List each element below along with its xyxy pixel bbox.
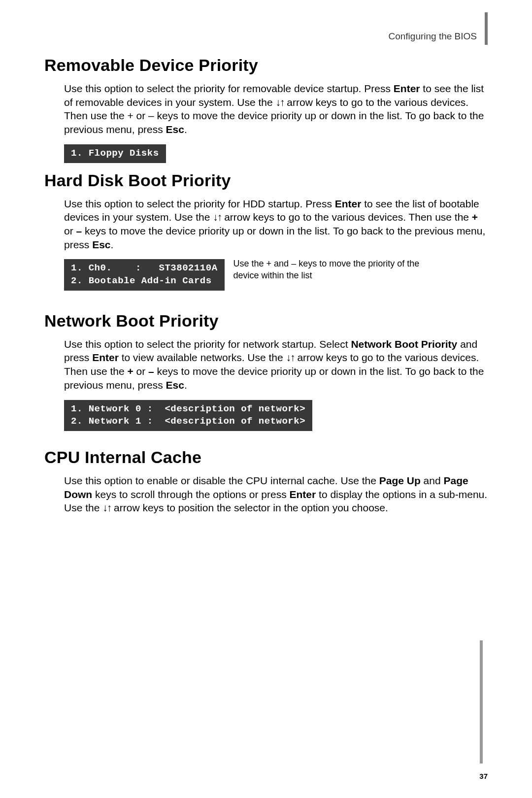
arrow-keys-icon: ↓↑ bbox=[276, 97, 284, 108]
page-header: Configuring the BIOS bbox=[44, 27, 488, 47]
enter-key: Enter bbox=[394, 83, 420, 94]
arrow-keys-icon: ↓↑ bbox=[213, 211, 221, 223]
plus-key: + bbox=[472, 211, 478, 223]
harddisk-side-note: Use the + and – keys to move the priorit… bbox=[233, 258, 426, 282]
text: to view available networks. Use the bbox=[119, 352, 286, 363]
text: Use this option to select the priority f… bbox=[64, 338, 351, 350]
network-boot-priority-label: Network Boot Priority bbox=[351, 338, 457, 350]
text: Use this option to select the priority f… bbox=[64, 198, 335, 209]
text: . bbox=[184, 379, 187, 391]
harddisk-paragraph: Use this option to select the priority f… bbox=[64, 197, 488, 252]
text: keys to move the device priority up or d… bbox=[64, 225, 485, 250]
harddisk-code-block: 1. Ch0. : ST3802110A 2. Bootable Add-in … bbox=[64, 259, 225, 290]
text: and bbox=[421, 475, 444, 486]
text: Use this option to enable or disable the… bbox=[64, 475, 379, 486]
network-paragraph: Use this option to select the priority f… bbox=[64, 337, 488, 392]
esc-key: Esc bbox=[166, 379, 184, 391]
section-title-network: Network Boot Priority bbox=[44, 311, 488, 331]
network-code-block: 1. Network 0 : <description of network> … bbox=[64, 400, 312, 431]
pageup-key: Page Up bbox=[379, 475, 421, 486]
removable-code-block: 1. Floppy Disks bbox=[64, 144, 166, 163]
esc-key: Esc bbox=[92, 239, 110, 250]
arrow-keys-icon: ↓↑ bbox=[102, 502, 111, 513]
text: . bbox=[184, 124, 187, 135]
enter-key: Enter bbox=[92, 352, 119, 363]
plus-key: + bbox=[127, 366, 133, 377]
text: arrow keys to go to the various devices.… bbox=[221, 211, 472, 223]
text: or bbox=[133, 366, 148, 377]
text: arrow keys to position the selector in t… bbox=[111, 502, 388, 513]
minus-key: – bbox=[148, 366, 154, 377]
section-title-harddisk: Hard Disk Boot Priority bbox=[44, 171, 488, 190]
section-title-removable: Removable Device Priority bbox=[44, 56, 488, 75]
enter-key: Enter bbox=[335, 198, 362, 209]
harddisk-block-row: 1. Ch0. : ST3802110A 2. Bootable Add-in … bbox=[64, 257, 488, 294]
text: Use this option to select the priority f… bbox=[64, 83, 394, 94]
enter-key: Enter bbox=[290, 489, 316, 500]
cpu-paragraph: Use this option to enable or disable the… bbox=[64, 474, 488, 515]
footer-accent-bar bbox=[480, 640, 483, 764]
text: or bbox=[64, 225, 76, 236]
text: . bbox=[111, 239, 114, 250]
text: keys to scroll through the options or pr… bbox=[92, 489, 289, 500]
page-number: 37 bbox=[479, 772, 488, 780]
arrow-keys-icon: ↓↑ bbox=[286, 352, 295, 363]
minus-key: – bbox=[76, 225, 82, 236]
esc-key: Esc bbox=[166, 124, 184, 135]
header-accent-bar bbox=[485, 12, 488, 45]
removable-paragraph: Use this option to select the priority f… bbox=[64, 82, 488, 136]
section-title-cpu: CPU Internal Cache bbox=[44, 448, 488, 467]
header-chapter-label: Configuring the BIOS bbox=[388, 31, 477, 42]
